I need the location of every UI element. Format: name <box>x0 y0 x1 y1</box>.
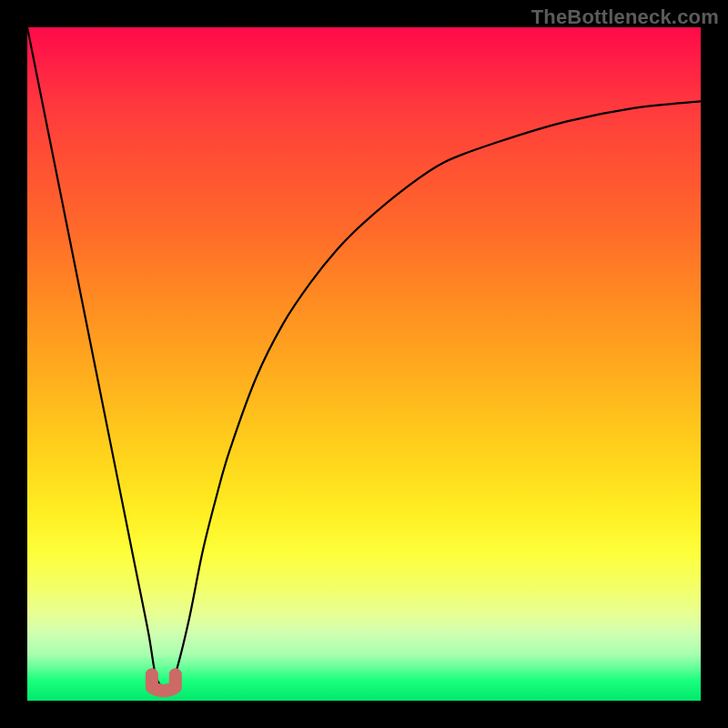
plot-area <box>27 27 701 701</box>
chart-frame: TheBottleneck.com <box>0 0 728 728</box>
min-marker <box>152 674 176 691</box>
bottleneck-curve <box>27 27 701 701</box>
watermark-text: TheBottleneck.com <box>531 5 719 29</box>
curve-path <box>27 27 701 689</box>
